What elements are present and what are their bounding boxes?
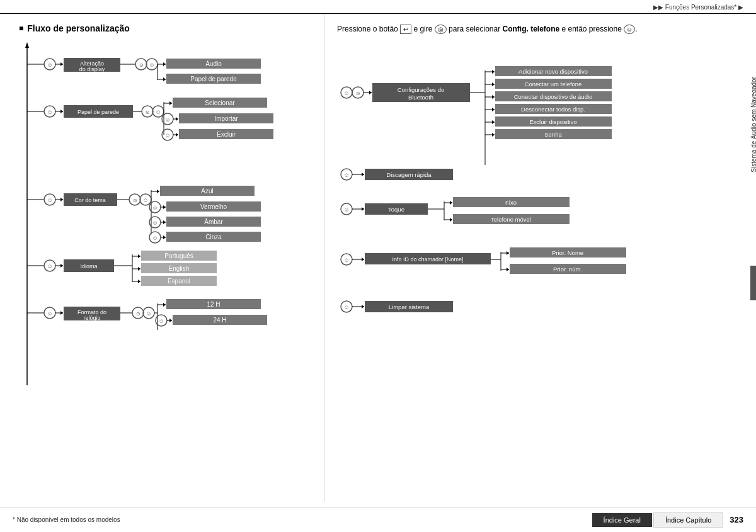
svg-marker-57 xyxy=(60,198,63,201)
svg-text:Fixo: Fixo xyxy=(505,199,517,206)
svg-text:☺: ☺ xyxy=(158,318,164,324)
svg-text:⊙: ⊙ xyxy=(146,110,150,115)
svg-text:☺: ☺ xyxy=(152,205,158,211)
left-panel: Fluxo de personalização ☺ Alteração do d… xyxy=(0,14,324,502)
svg-marker-146 xyxy=(492,70,495,74)
svg-marker-28 xyxy=(60,110,63,113)
svg-marker-17 xyxy=(163,62,166,66)
svg-marker-139 xyxy=(369,91,372,94)
svg-marker-166 xyxy=(492,133,495,137)
svg-marker-67 xyxy=(157,190,159,193)
svg-text:Português: Português xyxy=(164,252,193,259)
left-flow-diagram: ☺ Alteração do display ⊙ ☺ Áudio xyxy=(9,39,318,392)
svg-text:Conectar um telefone: Conectar um telefone xyxy=(525,81,582,88)
svg-text:relógio: relógio xyxy=(83,315,100,321)
svg-marker-38 xyxy=(169,101,172,105)
svg-marker-162 xyxy=(492,120,495,124)
svg-text:⊙: ⊙ xyxy=(356,91,360,96)
svg-text:☺: ☺ xyxy=(164,132,170,139)
svg-text:☺: ☺ xyxy=(152,235,158,241)
svg-text:Cor do tema: Cor do tema xyxy=(74,197,106,203)
svg-marker-92 xyxy=(60,264,63,268)
svg-marker-194 xyxy=(362,258,364,261)
svg-marker-172 xyxy=(362,173,364,176)
svg-marker-44 xyxy=(176,117,178,121)
svg-marker-150 xyxy=(492,82,495,86)
instruction-text: Pressione o botão ↩ e gire ◎ para seleci… xyxy=(337,23,750,35)
svg-marker-6 xyxy=(60,62,63,66)
right-panel: Pressione o botão ↩ e gire ◎ para seleci… xyxy=(324,14,756,502)
svg-text:☺: ☺ xyxy=(343,257,349,263)
svg-text:☺: ☺ xyxy=(47,263,52,269)
svg-text:English: English xyxy=(169,265,190,272)
svg-text:☺: ☺ xyxy=(343,207,349,213)
svg-text:☺: ☺ xyxy=(47,109,52,115)
svg-text:Espanol: Espanol xyxy=(168,278,190,285)
sidebar-bar xyxy=(750,266,756,300)
svg-marker-102 xyxy=(138,267,140,271)
svg-marker-73 xyxy=(163,205,166,209)
svg-marker-85 xyxy=(163,235,166,239)
svg-text:Azul: Azul xyxy=(201,188,213,195)
svg-marker-188 xyxy=(450,218,452,222)
svg-marker-1 xyxy=(25,42,29,48)
svg-text:☺: ☺ xyxy=(155,109,161,115)
svg-text:☺: ☺ xyxy=(149,62,154,68)
svg-text:Âmbar: Âmbar xyxy=(204,218,223,225)
svg-marker-204 xyxy=(507,268,509,271)
svg-text:⊙: ⊙ xyxy=(133,198,137,203)
svg-text:Excluir: Excluir xyxy=(217,131,236,138)
svg-marker-184 xyxy=(450,201,452,205)
svg-text:Limpar sistema: Limpar sistema xyxy=(389,303,430,310)
svg-text:Discagem rápida: Discagem rápida xyxy=(386,171,432,178)
page-header: ▶▶ Funções Personalizadas* ▶ xyxy=(0,0,756,14)
breadcrumb: ▶▶ Funções Personalizadas* ▶ xyxy=(653,4,743,11)
sidebar-vertical-text: Sistema de Áudio sem Navegador xyxy=(750,77,756,173)
svg-text:12 H: 12 H xyxy=(207,301,220,308)
footer-buttons: Índice Geral Índice Capítulo 323 xyxy=(592,512,743,528)
svg-marker-21 xyxy=(163,77,166,81)
svg-text:☺: ☺ xyxy=(343,172,349,178)
svg-text:Prior. núm.: Prior. núm. xyxy=(553,266,582,273)
svg-text:☺: ☺ xyxy=(142,197,148,203)
footer: * Não disponível em todos os modelos Índ… xyxy=(0,507,756,532)
svg-marker-200 xyxy=(507,251,509,255)
svg-text:Idioma: Idioma xyxy=(80,263,97,269)
section-title: Fluxo de personalização xyxy=(19,23,318,33)
svg-text:☺: ☺ xyxy=(152,220,158,226)
right-flow-diagram: ☺ ⊙ Configurações do Bluetooth Adicionar… xyxy=(334,58,737,385)
svg-marker-131 xyxy=(169,319,172,322)
svg-text:Toque: Toque xyxy=(388,206,404,213)
svg-marker-98 xyxy=(138,254,140,258)
svg-text:Adicionar novo dispositivo: Adicionar novo dispositivo xyxy=(518,68,588,75)
svg-text:Selecionar: Selecionar xyxy=(205,99,235,106)
svg-text:Vermelho: Vermelho xyxy=(200,203,227,210)
svg-text:Áudio: Áudio xyxy=(205,60,222,67)
svg-text:☺: ☺ xyxy=(343,304,349,310)
svg-text:Excluir dispositivo: Excluir dispositivo xyxy=(529,118,577,125)
svg-text:☺: ☺ xyxy=(164,116,170,123)
svg-text:Importar: Importar xyxy=(214,115,238,122)
svg-text:Configurações do: Configurações do xyxy=(398,86,444,93)
svg-marker-125 xyxy=(163,303,166,307)
footer-note: * Não disponível em todos os modelos xyxy=(13,516,120,523)
index-general-button[interactable]: Índice Geral xyxy=(592,513,652,527)
svg-text:24 H: 24 H xyxy=(213,317,226,324)
svg-text:☺: ☺ xyxy=(47,197,52,203)
svg-text:☺: ☺ xyxy=(47,310,52,317)
index-chapter-button[interactable]: Índice Capítulo xyxy=(653,512,723,528)
svg-text:Prior. Nome: Prior. Nome xyxy=(552,249,583,256)
main-content: Fluxo de personalização ☺ Alteração do d… xyxy=(0,14,756,502)
svg-text:⊙: ⊙ xyxy=(136,311,140,317)
svg-marker-113 xyxy=(60,311,63,315)
page-number: 323 xyxy=(730,515,743,524)
svg-marker-50 xyxy=(176,133,178,137)
svg-text:☺: ☺ xyxy=(343,90,349,96)
svg-text:☺: ☺ xyxy=(146,310,151,317)
svg-text:Cinza: Cinza xyxy=(205,234,222,241)
svg-marker-106 xyxy=(138,280,140,283)
svg-text:Papel de parede: Papel de parede xyxy=(77,109,119,115)
svg-text:⊙: ⊙ xyxy=(139,62,144,68)
svg-marker-210 xyxy=(362,305,364,308)
svg-text:Senha: Senha xyxy=(544,131,562,138)
